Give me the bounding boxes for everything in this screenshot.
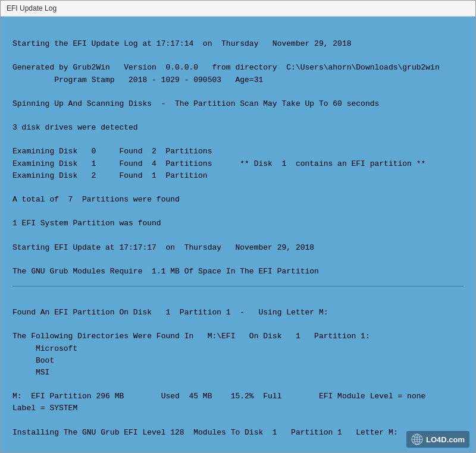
log-start-update: Starting EFI Update at 17:17:17 on Thurs… — [12, 243, 314, 252]
log-line-1: Starting the EFI Update Log at 17:17:14 … — [12, 39, 352, 48]
log-disk2: Examining Disk 2 Found 1 Partition — [12, 171, 208, 180]
log-dir2: Boot — [12, 356, 54, 365]
log-installing: Installing The GNU Grub EFI Level 128 Mo… — [12, 428, 398, 437]
log-line-4: Spinning Up And Scanning Disks - The Par… — [12, 99, 379, 108]
log-dir3: MSI — [12, 368, 49, 377]
log-line-5: 3 disk drives were detected — [12, 123, 138, 132]
log-partition-info: M: EFI Partition 296 MB Used 45 MB 15.2%… — [12, 392, 463, 413]
log-gnu-grub: The GNU Grub Modules Require 1.1 MB Of S… — [12, 267, 319, 276]
log-disk0: Examining Disk 0 Found 2 Partitions — [12, 147, 212, 156]
log-dir1: Microsoft — [12, 344, 77, 353]
watermark-badge: LO4D.com — [406, 431, 469, 448]
log-content: Starting the EFI Update Log at 17:17:14 … — [12, 26, 464, 278]
log-setting: Setting up Grub2Win to run with 64 bit E… — [12, 452, 249, 452]
log-line-2: Generated by Grub2Win Version 0.0.0.0 fr… — [12, 63, 440, 72]
log-found-efi: Found An EFI Partition On Disk 1 Partiti… — [12, 308, 328, 317]
log-line-3: Program Stamp 2018 - 1029 - 090503 Age=3… — [12, 76, 263, 84]
globe-icon — [411, 433, 423, 445]
main-window: EFI Update Log Starting the EFI Update L… — [0, 0, 476, 453]
log-efi-found: 1 EFI System Partition was found — [12, 219, 161, 228]
content-area: Starting the EFI Update Log at 17:17:14 … — [1, 17, 475, 452]
title-bar: EFI Update Log — [1, 1, 475, 17]
window-title: EFI Update Log — [7, 4, 57, 12]
log-content-2: Found An EFI Partition On Disk 1 Partiti… — [12, 295, 464, 452]
watermark-text: LO4D.com — [426, 435, 465, 444]
divider — [12, 286, 464, 287]
log-following: The Following Directories Were Found In … — [12, 332, 370, 341]
log-disk1: Examining Disk 1 Found 4 Partitions ** D… — [12, 159, 425, 168]
log-total: A total of 7 Partitions were found — [12, 195, 180, 204]
